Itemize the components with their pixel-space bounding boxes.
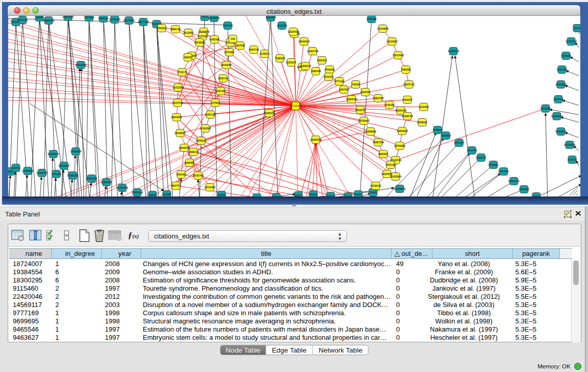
svg-text:82653: 82653 <box>149 193 156 196</box>
svg-text:13626215: 13626215 <box>300 64 311 68</box>
svg-text:20053346: 20053346 <box>75 63 86 67</box>
svg-text:7463822: 7463822 <box>157 27 167 30</box>
svg-text:9099487: 9099487 <box>184 161 194 164</box>
svg-text:10154808: 10154808 <box>377 27 388 30</box>
svg-text:7955812: 7955812 <box>317 59 327 62</box>
svg-text:9794028: 9794028 <box>324 68 335 71</box>
svg-text:25300273: 25300273 <box>264 112 275 115</box>
svg-text:9329966: 9329966 <box>561 54 571 57</box>
svg-text:10719185: 10719185 <box>109 18 120 21</box>
svg-text:19384554: 19384554 <box>310 138 321 141</box>
svg-text:9127503: 9127503 <box>198 35 208 38</box>
svg-text:1244419: 1244419 <box>553 98 563 101</box>
svg-text:7863272: 7863272 <box>355 108 365 112</box>
svg-text:13325419: 13325419 <box>288 30 299 33</box>
svg-text:18724007: 18724007 <box>290 104 301 107</box>
svg-text:546: 546 <box>231 37 235 40</box>
svg-text:7857224: 7857224 <box>223 24 233 27</box>
svg-text:14136141: 14136141 <box>370 184 381 187</box>
svg-text:10671365: 10671365 <box>123 19 135 22</box>
svg-text:9227342: 9227342 <box>557 68 567 71</box>
svg-text:2487682: 2487682 <box>366 17 377 20</box>
svg-text:15223004: 15223004 <box>390 175 401 178</box>
svg-text:10975887: 10975887 <box>58 164 70 167</box>
svg-text:5938923: 5938923 <box>441 134 451 137</box>
svg-text:3912954: 3912954 <box>183 31 193 34</box>
svg-text:2935114: 2935114 <box>476 156 486 159</box>
svg-text:16033809: 16033809 <box>208 16 220 19</box>
svg-text:19756928: 19756928 <box>394 144 405 147</box>
svg-text:7485063: 7485063 <box>401 68 411 71</box>
svg-text:112992: 112992 <box>163 193 171 196</box>
svg-text:3024534: 3024534 <box>360 91 371 94</box>
svg-text:6497503: 6497503 <box>339 88 349 91</box>
svg-text:8471676: 8471676 <box>498 170 509 173</box>
svg-text:12923448: 12923448 <box>132 191 143 194</box>
svg-text:9684067: 9684067 <box>378 152 388 156</box>
svg-text:17939924: 17939924 <box>70 150 81 153</box>
svg-text:417006: 417006 <box>211 101 220 104</box>
svg-text:17957253: 17957253 <box>86 177 97 180</box>
svg-text:7632621: 7632621 <box>488 163 498 166</box>
svg-text:8660128: 8660128 <box>170 28 181 31</box>
svg-text:2718176: 2718176 <box>177 71 187 74</box>
svg-text:1527602: 1527602 <box>84 16 94 19</box>
svg-text:80963: 80963 <box>369 191 377 194</box>
svg-text:8454749: 8454749 <box>249 48 259 51</box>
svg-text:746206: 746206 <box>352 83 360 86</box>
svg-text:24206576: 24206576 <box>48 152 59 156</box>
svg-text:12093822: 12093822 <box>555 83 567 86</box>
svg-text:18807249: 18807249 <box>373 141 384 144</box>
svg-text:10807487: 10807487 <box>373 97 384 100</box>
svg-text:92450: 92450 <box>218 193 225 196</box>
svg-text:16648784: 16648784 <box>448 50 459 53</box>
svg-text:2803144: 2803144 <box>218 77 228 80</box>
svg-text:13720407: 13720407 <box>358 119 369 122</box>
svg-text:3875685: 3875685 <box>224 51 234 54</box>
svg-text:14495794: 14495794 <box>402 115 413 118</box>
svg-text:20364436: 20364436 <box>346 98 357 101</box>
svg-text:8878312: 8878312 <box>196 139 206 142</box>
svg-text:9474444: 9474444 <box>467 149 477 152</box>
svg-text:2367608: 2367608 <box>235 44 245 47</box>
svg-text:11958107: 11958107 <box>101 181 112 184</box>
svg-text:10688609: 10688609 <box>365 130 376 133</box>
svg-text:10973493: 10973493 <box>393 54 404 57</box>
svg-text:12505135: 12505135 <box>67 174 78 177</box>
svg-text:11568629: 11568629 <box>22 169 33 172</box>
svg-text:1990448: 1990448 <box>311 70 321 73</box>
svg-text:9427552: 9427552 <box>215 90 226 93</box>
svg-text:9777169: 9777169 <box>334 80 344 83</box>
svg-text:9115460: 9115460 <box>419 105 428 108</box>
svg-text:16210643: 16210643 <box>551 115 562 118</box>
svg-text:8186328: 8186328 <box>209 38 220 41</box>
svg-text:13654923: 13654923 <box>397 129 408 133</box>
svg-text:19654952: 19654952 <box>171 116 182 119</box>
svg-text:935001: 935001 <box>12 166 20 169</box>
svg-text:98903: 98903 <box>184 56 191 59</box>
svg-text:16640910: 16640910 <box>298 40 310 43</box>
svg-text:1621072: 1621072 <box>323 75 334 78</box>
svg-text:10866: 10866 <box>36 16 43 19</box>
svg-text:12213967: 12213967 <box>386 40 398 43</box>
svg-text:1615132: 1615132 <box>385 163 396 166</box>
svg-text:10025438: 10025438 <box>395 109 406 112</box>
svg-text:7672: 7672 <box>202 16 207 18</box>
svg-text:10046786: 10046786 <box>179 146 190 149</box>
svg-text:1640955: 1640955 <box>432 128 443 132</box>
svg-text:3498212: 3498212 <box>188 150 199 154</box>
svg-text:9146821: 9146821 <box>259 52 270 55</box>
svg-text:10654112: 10654112 <box>508 180 519 183</box>
svg-text:116753: 116753 <box>568 158 577 161</box>
svg-text:14191447: 14191447 <box>192 174 204 177</box>
svg-text:10107553: 10107553 <box>172 101 183 104</box>
svg-text:6089695: 6089695 <box>417 121 427 124</box>
svg-text:1145191: 1145191 <box>51 172 61 176</box>
svg-text:87901: 87901 <box>355 193 362 196</box>
svg-text:10782759: 10782759 <box>117 186 128 189</box>
svg-text:12342757: 12342757 <box>36 171 48 174</box>
svg-text:20691406: 20691406 <box>43 19 54 22</box>
svg-text:6479197: 6479197 <box>454 141 464 144</box>
svg-text:12213363: 12213363 <box>172 86 184 89</box>
svg-text:11121: 11121 <box>574 27 580 30</box>
